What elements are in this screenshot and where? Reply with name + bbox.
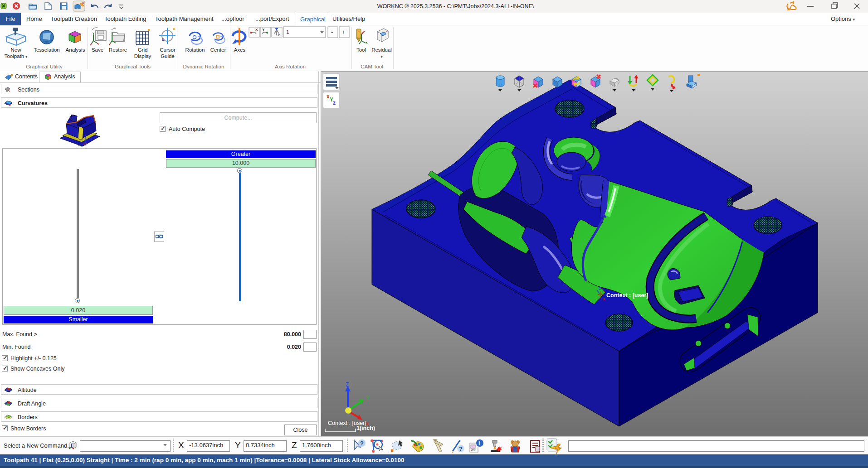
svg-text:D: D <box>162 38 165 42</box>
svg-text:X: X <box>603 297 605 301</box>
svg-text:Context : [user]: Context : [user] <box>606 292 648 299</box>
svg-text:+: + <box>342 29 346 35</box>
svg-text:1(inch): 1(inch) <box>356 425 375 431</box>
svg-text:?: ? <box>360 440 364 447</box>
svg-text:Y: Y <box>366 395 370 401</box>
svg-text:X: X <box>255 28 258 32</box>
svg-text:WZ: WZ <box>471 449 476 452</box>
svg-text:-: - <box>331 29 333 35</box>
svg-text:Z: Z <box>346 381 349 388</box>
svg-text:1: 1 <box>286 29 289 35</box>
svg-text:z: z <box>278 33 280 37</box>
svg-text:Y: Y <box>602 290 605 295</box>
svg-text:Z: Z <box>599 286 601 291</box>
svg-text:?: ? <box>459 445 463 452</box>
svg-text:i: i <box>478 440 480 447</box>
svg-text:Y: Y <box>262 28 265 32</box>
